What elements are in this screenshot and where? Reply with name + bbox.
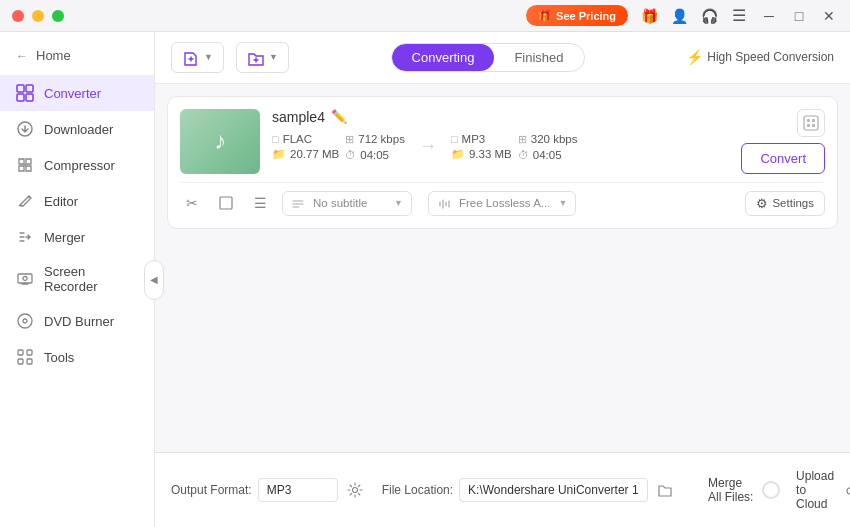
- sidebar-item-label-downloader: Downloader: [44, 122, 113, 137]
- gift-icon: 🎁: [538, 9, 552, 22]
- subtitle-dropdown[interactable]: No subtitle ▼: [282, 191, 412, 216]
- bottom-bar: Output Format: MP3 MP4 FLAC WAV: [155, 452, 850, 527]
- source-info: □ FLAC 📁 20.77 MB: [272, 133, 339, 161]
- home-label: Home: [36, 48, 71, 63]
- file-location-select[interactable]: K:\Wondershare UniConverter 1: [459, 478, 648, 502]
- target-meta: ⊞ 320 kbps ⏱ 04:05: [518, 133, 578, 161]
- back-arrow-icon: ←: [16, 49, 28, 63]
- target-clock-icon: ⏱: [518, 149, 529, 161]
- window-minimize-icon[interactable]: ─: [760, 7, 778, 25]
- window-restore-icon[interactable]: □: [790, 7, 808, 25]
- dvd-burner-icon: [16, 312, 34, 330]
- svg-rect-2: [17, 94, 24, 101]
- titlebar-right: 🎁 See Pricing 🎁 👤 🎧 ☰ ─ □ ✕: [526, 5, 838, 26]
- collapse-icon: ◀: [150, 274, 158, 285]
- source-duration: 04:05: [360, 149, 389, 161]
- file-location-field: File Location: K:\Wondershare UniConvert…: [382, 478, 676, 502]
- file-location-select-wrapper: K:\Wondershare UniConverter 1: [459, 478, 648, 502]
- source-meta: ⊞ 712 kbps ⏱ 04:05: [345, 133, 405, 161]
- settings-button[interactable]: ⚙ Settings: [745, 191, 825, 216]
- format-icon: □: [272, 133, 279, 145]
- sidebar-item-tools[interactable]: Tools: [0, 339, 154, 375]
- content-area: ▼ ▼ Converting Finished ⚡ High Sp: [155, 32, 850, 527]
- tab-converting[interactable]: Converting: [392, 44, 495, 71]
- sidebar-item-converter[interactable]: Converter: [0, 75, 154, 111]
- browse-folder-icon[interactable]: [654, 479, 676, 501]
- sidebar-collapse-btn[interactable]: ◀: [144, 260, 164, 300]
- source-size-row: 📁 20.77 MB: [272, 148, 339, 161]
- source-bitrate: 712 kbps: [358, 133, 405, 145]
- minimize-button[interactable]: [32, 10, 44, 22]
- close-button[interactable]: [12, 10, 24, 22]
- source-format-row: □ FLAC: [272, 133, 339, 145]
- upload-label: Upload to Cloud: [796, 469, 840, 511]
- menu-icon[interactable]: ☰: [730, 7, 748, 25]
- file-list: ♪ sample4 ✏️ □ FLAC: [155, 84, 850, 452]
- svg-point-6: [23, 277, 27, 281]
- subtitle-label: No subtitle: [313, 197, 386, 209]
- file-card: ♪ sample4 ✏️ □ FLAC: [167, 96, 838, 229]
- svg-rect-18: [220, 197, 232, 209]
- gift2-icon[interactable]: 🎁: [640, 7, 658, 25]
- add-folder-icon: [247, 48, 265, 67]
- svg-rect-14: [807, 119, 810, 122]
- see-pricing-button[interactable]: 🎁 See Pricing: [526, 5, 628, 26]
- crop-icon[interactable]: [214, 191, 238, 215]
- settings-label: Settings: [772, 197, 814, 209]
- sidebar-item-compressor[interactable]: Compressor: [0, 147, 154, 183]
- pricing-label: See Pricing: [556, 10, 616, 22]
- info-icon-button[interactable]: [797, 109, 825, 137]
- tab-switcher: Converting Finished: [391, 43, 585, 72]
- svg-rect-1: [26, 85, 33, 92]
- editor-icon: [16, 192, 34, 210]
- user-icon[interactable]: 👤: [670, 7, 688, 25]
- sidebar-item-label-dvd-burner: DVD Burner: [44, 314, 114, 329]
- maximize-button[interactable]: [52, 10, 64, 22]
- window-close-icon[interactable]: ✕: [820, 7, 838, 25]
- source-bitrate-row: ⊞ 712 kbps: [345, 133, 405, 146]
- target-bitrate-icon: ⊞: [518, 133, 527, 146]
- toggle-knob: [764, 483, 778, 497]
- file-details: sample4 ✏️ □ FLAC 📁: [272, 109, 729, 161]
- compressor-icon: [16, 156, 34, 174]
- merge-toggle[interactable]: [762, 481, 781, 499]
- toolbar: ▼ ▼ Converting Finished ⚡ High Sp: [155, 32, 850, 84]
- add-folder-button[interactable]: ▼: [236, 42, 289, 73]
- scissors-icon[interactable]: ✂: [180, 191, 204, 215]
- sidebar-item-downloader[interactable]: Downloader: [0, 111, 154, 147]
- sidebar-item-screen-recorder[interactable]: Screen Recorder: [0, 255, 154, 303]
- svg-rect-3: [26, 94, 33, 101]
- sidebar-item-editor[interactable]: Editor: [0, 183, 154, 219]
- add-file-button[interactable]: ▼: [171, 42, 224, 73]
- source-format: FLAC: [283, 133, 312, 145]
- file-thumbnail: ♪: [180, 109, 260, 174]
- titlebar: 🎁 See Pricing 🎁 👤 🎧 ☰ ─ □ ✕: [0, 0, 850, 32]
- merge-label: Merge All Files:: [708, 476, 755, 504]
- audio-label: Free Lossless A...: [459, 197, 550, 209]
- sidebar-item-merger[interactable]: Merger: [0, 219, 154, 255]
- convert-button[interactable]: Convert: [741, 143, 825, 174]
- gear-icon: ⚙: [756, 196, 768, 211]
- downloader-icon: [16, 120, 34, 138]
- audio-dropdown[interactable]: Free Lossless A... ▼: [428, 191, 576, 216]
- target-format: MP3: [462, 133, 486, 145]
- sidebar-item-dvd-burner[interactable]: DVD Burner: [0, 303, 154, 339]
- file-card-bottom: ✂ ☰ No subtitle ▼: [180, 182, 825, 216]
- window-controls[interactable]: [12, 10, 64, 22]
- svg-rect-10: [27, 350, 32, 355]
- list-icon[interactable]: ☰: [248, 191, 272, 215]
- sidebar-home[interactable]: ← Home: [0, 40, 154, 75]
- cloud-icon[interactable]: [846, 479, 850, 501]
- tools-icon: [16, 348, 34, 366]
- output-settings-icon[interactable]: [344, 479, 366, 501]
- converter-icon: [16, 84, 34, 102]
- svg-point-7: [18, 314, 32, 328]
- target-duration-row: ⏱ 04:05: [518, 149, 578, 161]
- edit-icon[interactable]: ✏️: [331, 109, 347, 124]
- sidebar-item-label-editor: Editor: [44, 194, 78, 209]
- output-format-select[interactable]: MP3 MP4 FLAC WAV: [258, 478, 338, 502]
- file-name: sample4: [272, 109, 325, 125]
- headset-icon[interactable]: 🎧: [700, 7, 718, 25]
- bitrate-icon: ⊞: [345, 133, 354, 146]
- tab-finished[interactable]: Finished: [494, 44, 583, 71]
